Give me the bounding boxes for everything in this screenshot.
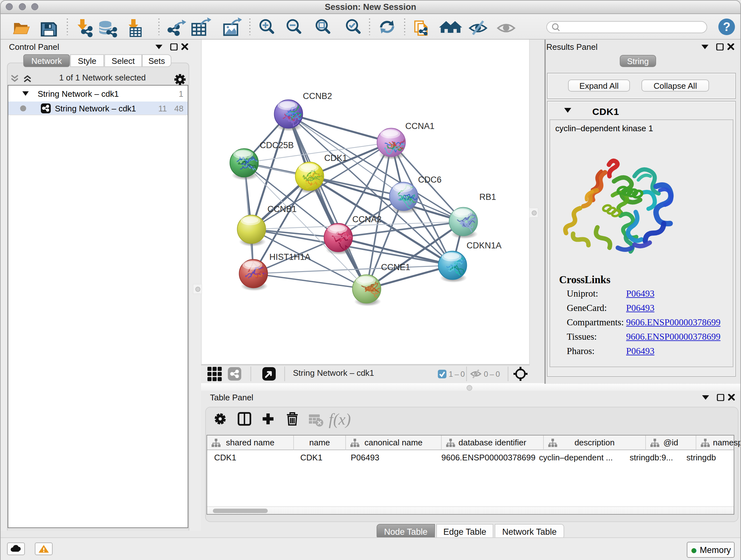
svg-text:CCNB2: CCNB2 [303,91,332,101]
svg-text:f(x): f(x) [329,410,351,428]
svg-text:CCNA1: CCNA1 [405,121,434,131]
svg-text:HIST1H1A: HIST1H1A [269,252,311,262]
svg-text:CCNE1: CCNE1 [381,262,410,272]
svg-text:CCNA2: CCNA2 [352,214,382,224]
svg-text:?: ? [723,20,730,34]
svg-text:RB1: RB1 [479,192,496,202]
svg-text:1 – 0: 1 – 0 [449,370,465,378]
svg-text:CDC25B: CDC25B [260,140,294,150]
svg-text:CDC6: CDC6 [418,175,442,185]
svg-text:CDKN1A: CDKN1A [467,241,502,250]
svg-text:CDK1: CDK1 [324,153,347,163]
svg-text:CCNB1: CCNB1 [267,204,297,214]
svg-text:0 – 0: 0 – 0 [484,370,500,378]
